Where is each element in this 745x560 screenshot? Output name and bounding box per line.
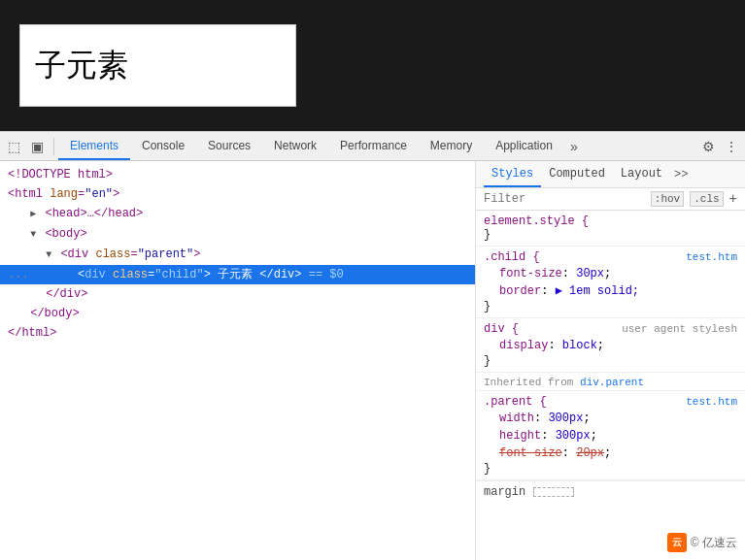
toolbar-icons: ⬚ ▣ bbox=[5, 138, 54, 155]
preview-box: 子元素 bbox=[19, 24, 296, 107]
hov-button[interactable]: :hov bbox=[651, 191, 684, 207]
dom-line[interactable]: </html> bbox=[0, 323, 475, 343]
css-section-element-style: element.style { } bbox=[476, 211, 745, 247]
inherited-label: Inherited from div.parent bbox=[476, 373, 745, 391]
tab-application[interactable]: Application bbox=[484, 132, 564, 160]
margin-box-row: margin bbox=[476, 480, 745, 503]
device-icon[interactable]: ▣ bbox=[28, 138, 46, 155]
styles-tabs: Styles Computed Layout >> bbox=[476, 161, 745, 188]
tab-layout[interactable]: Layout bbox=[613, 161, 670, 187]
tab-network[interactable]: Network bbox=[262, 132, 328, 160]
dom-line[interactable]: <html lang="en"> bbox=[0, 184, 475, 204]
margin-label: margin bbox=[484, 485, 525, 499]
settings-icon[interactable]: ⚙ bbox=[699, 138, 717, 155]
dom-line[interactable]: <div class="parent"> bbox=[0, 245, 475, 265]
css-section-div: div { user agent stylesh display: block;… bbox=[476, 318, 745, 373]
watermark-icon: 云 bbox=[667, 533, 687, 552]
more-options-icon[interactable]: ⋮ bbox=[723, 138, 740, 155]
styles-panel: Styles Computed Layout >> :hov .cls + el… bbox=[476, 161, 745, 560]
devtools-panel: ⬚ ▣ Elements Console Sources Network Per… bbox=[0, 131, 745, 560]
toolbar-settings: ⚙ ⋮ bbox=[692, 138, 740, 155]
devtools-main: <!DOCTYPE html> <html lang="en"> <head>…… bbox=[0, 161, 745, 560]
filter-input[interactable] bbox=[484, 192, 645, 206]
add-style-button[interactable]: + bbox=[729, 191, 737, 207]
dom-line[interactable]: </body> bbox=[0, 304, 475, 323]
preview-text: 子元素 bbox=[35, 45, 128, 87]
tab-elements[interactable]: Elements bbox=[58, 132, 130, 160]
dom-line: <!DOCTYPE html> bbox=[0, 165, 475, 184]
tab-memory[interactable]: Memory bbox=[419, 132, 484, 160]
css-prop: display: block; bbox=[484, 337, 737, 354]
cursor-icon[interactable]: ⬚ bbox=[5, 138, 22, 155]
css-section-parent: .parent { test.htm width: 300px; height:… bbox=[476, 391, 745, 480]
dom-panel[interactable]: <!DOCTYPE html> <html lang="en"> <head>…… bbox=[0, 161, 476, 560]
tab-sources[interactable]: Sources bbox=[196, 132, 262, 160]
margin-box bbox=[533, 487, 574, 497]
dom-line[interactable]: <head>…</head> bbox=[0, 204, 475, 224]
css-section-child: .child { test.htm font-size: 30px; borde… bbox=[476, 247, 745, 318]
watermark: 云 © 亿速云 bbox=[667, 533, 737, 552]
filter-bar: :hov .cls + bbox=[476, 188, 745, 211]
css-prop: height: 300px; bbox=[484, 427, 737, 445]
css-prop-strikethrough: font-size: 20px; bbox=[484, 445, 737, 462]
more-tabs-button[interactable]: » bbox=[564, 139, 584, 154]
more-style-tabs[interactable]: >> bbox=[674, 168, 688, 181]
tab-performance[interactable]: Performance bbox=[328, 132, 419, 160]
dom-line[interactable]: </div> bbox=[0, 284, 475, 304]
preview-area: 子元素 bbox=[0, 0, 745, 131]
css-prop: width: 300px; bbox=[484, 410, 737, 427]
css-prop: border: ▶ 1em solid; bbox=[484, 282, 737, 300]
cls-button[interactable]: .cls bbox=[690, 191, 723, 207]
watermark-text: © 亿速云 bbox=[691, 535, 737, 551]
css-prop: font-size: 30px; bbox=[484, 265, 737, 282]
dom-line[interactable]: <body> bbox=[0, 224, 475, 245]
devtools-toolbar: ⬚ ▣ Elements Console Sources Network Per… bbox=[0, 132, 745, 161]
devtools-tabs: Elements Console Sources Network Perform… bbox=[58, 132, 692, 160]
tab-styles[interactable]: Styles bbox=[484, 161, 541, 187]
tab-computed[interactable]: Computed bbox=[541, 161, 613, 187]
tab-console[interactable]: Console bbox=[130, 132, 196, 160]
dom-line-selected[interactable]: ... <div class="child"> 子元素 </div> == $0 bbox=[0, 265, 475, 284]
